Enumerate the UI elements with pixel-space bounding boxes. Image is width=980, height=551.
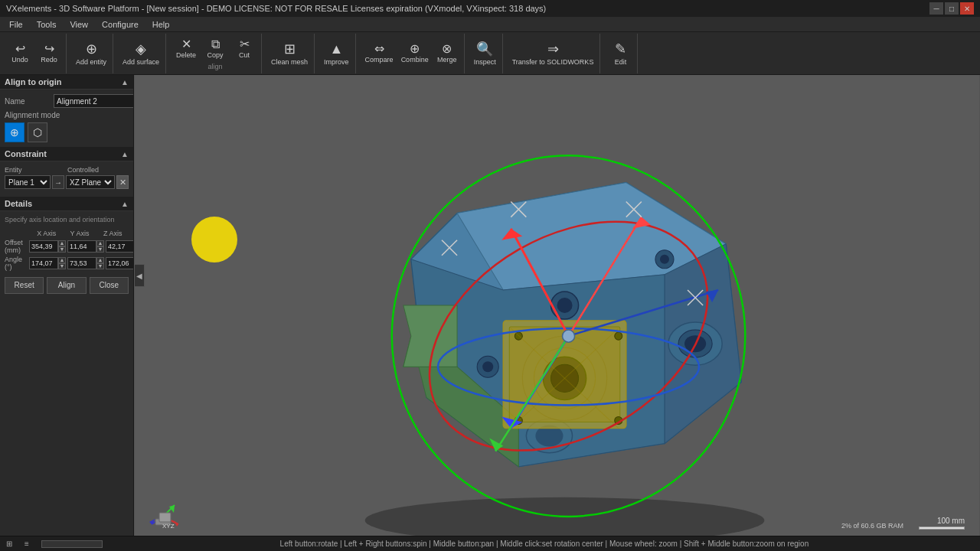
clean-mesh-button[interactable]: ⊞ Clean mesh — [268, 39, 311, 67]
add-entity-button[interactable]: ⊕ Add entity — [73, 39, 109, 67]
edit-button[interactable]: ✎ Edit — [606, 39, 634, 67]
mode-origin-button[interactable]: ⊕ — [5, 122, 24, 142]
delete-button[interactable]: ✕ Delete — [172, 37, 200, 60]
svg-point-5 — [660, 255, 669, 264]
statusbar-progress — [41, 540, 103, 548]
compare-button[interactable]: ⇔ Compare — [362, 41, 397, 65]
cut-button[interactable]: ✂ Cut — [230, 37, 258, 60]
statusbar-icon2[interactable]: ≡ — [24, 540, 29, 548]
close-button[interactable]: ✕ — [960, 2, 974, 15]
menu-view[interactable]: View — [64, 18, 94, 31]
viewport[interactable]: XYZ 100 mm 2% of 60.6 GB RAM — [134, 75, 980, 536]
details-header[interactable]: Details ▲ — [0, 197, 133, 211]
offset-x-spinner: ▲ ▼ — [58, 240, 66, 253]
entity-select[interactable]: Plane 1 — [5, 175, 51, 189]
improve-button[interactable]: ▲ Improve — [321, 40, 352, 67]
compare-icon: ⇔ — [374, 43, 384, 55]
statusbar-hint: Left button:rotate | Left + Right button… — [115, 540, 974, 548]
combine-icon: ⊕ — [410, 43, 420, 55]
transfer-icon: ⇒ — [547, 41, 559, 57]
offset-z-input[interactable] — [106, 240, 134, 253]
angle-y-up[interactable]: ▲ — [96, 257, 104, 263]
align-button[interactable]: Align — [47, 277, 86, 294]
offset-x-down[interactable]: ▼ — [58, 246, 66, 253]
inspect-button[interactable]: 🔍 Inspect — [471, 39, 499, 67]
entity-arrow-button[interactable]: → — [52, 175, 64, 189]
align-to-origin-content: Name Alignment mode ⊕ ⬡ — [0, 90, 133, 147]
angle-y-wrap: ▲ ▼ — [67, 257, 104, 269]
add-surface-icon: ◈ — [136, 41, 146, 57]
offset-x-up[interactable]: ▲ — [58, 240, 66, 246]
xyz-indicator: XYZ — [140, 490, 186, 530]
offset-y-up[interactable]: ▲ — [96, 240, 104, 246]
align-group: ✕ Delete ⧉ Copy ✂ Cut align — [169, 34, 262, 73]
collapse-constraint-icon: ▲ — [121, 150, 129, 158]
constraint-content: Entity Controlled Plane 1 → XZ Plane XY … — [0, 161, 133, 197]
mode-plane-button[interactable]: ⬡ — [28, 122, 47, 142]
mode-plane-icon: ⬡ — [33, 126, 42, 139]
undo-icon: ↩ — [15, 43, 25, 55]
angle-y-down[interactable]: ▼ — [96, 263, 104, 269]
menu-configure[interactable]: Configure — [96, 18, 145, 31]
offset-y-spinner: ▲ ▼ — [96, 240, 104, 253]
collapse-panel-button[interactable]: ◀ — [134, 264, 145, 287]
angle-z-input[interactable] — [106, 257, 134, 269]
offset-y-down[interactable]: ▼ — [96, 246, 104, 253]
align-to-origin-header[interactable]: Align to origin ▲ — [0, 75, 133, 90]
constraint-delete-button[interactable]: ✕ — [116, 175, 129, 189]
constraint-header[interactable]: Constraint ▲ — [0, 147, 133, 161]
scene-viewport — [134, 75, 980, 536]
name-input[interactable] — [54, 94, 134, 108]
merge-icon: ⊗ — [442, 43, 452, 55]
titlebar: VXelements - 3D Software Platform - [New… — [0, 0, 980, 17]
maximize-button[interactable]: □ — [945, 2, 959, 15]
angle-z-wrap: ▲ ▼ — [106, 257, 134, 269]
copy-button[interactable]: ⧉ Copy — [201, 37, 229, 60]
inspect-icon: 🔍 — [476, 41, 493, 57]
delete-constraint-icon: ✕ — [119, 178, 126, 187]
svg-rect-54 — [159, 513, 171, 522]
transfer-button[interactable]: ⇒ Transfer to SOLIDWORKS — [509, 39, 597, 67]
angle-x-down[interactable]: ▼ — [58, 263, 66, 269]
angle-x-wrap: ▲ ▼ — [29, 257, 66, 269]
reset-button[interactable]: Reset — [5, 277, 44, 294]
history-group: ↩ Undo ↪ Redo — [3, 34, 67, 73]
offset-x-wrap: ▲ ▼ — [29, 240, 66, 253]
svg-point-7 — [482, 361, 493, 372]
statusbar-icon1[interactable]: ⊞ — [6, 540, 12, 548]
cut-icon: ✂ — [240, 38, 250, 51]
offset-x-input[interactable] — [29, 240, 58, 253]
delete-icon: ✕ — [181, 38, 191, 51]
angle-x-up[interactable]: ▲ — [58, 257, 66, 263]
mode-buttons: ⊕ ⬡ — [5, 122, 129, 142]
offset-row: Offset(mm) ▲ ▼ ▲ ▼ — [5, 239, 129, 254]
minimize-button[interactable]: ─ — [929, 2, 943, 15]
merge-button[interactable]: ⊗ Merge — [433, 41, 461, 65]
svg-point-3 — [557, 298, 573, 313]
undo-button[interactable]: ↩ Undo — [6, 41, 34, 65]
collapse-details-icon: ▲ — [121, 200, 129, 208]
window-title: VXelements - 3D Software Platform - [New… — [6, 4, 546, 13]
add-entity-icon: ⊕ — [86, 41, 97, 57]
combine-button[interactable]: ⊕ Combine — [398, 41, 432, 65]
angle-x-input[interactable] — [29, 257, 58, 269]
redo-button[interactable]: ↪ Redo — [35, 41, 63, 65]
mode-origin-icon: ⊕ — [10, 126, 19, 139]
arrow-icon: → — [54, 178, 62, 187]
memory-indicator: 2% of 60.6 GB RAM — [841, 522, 903, 530]
clean-mesh-icon: ⊞ — [284, 41, 296, 57]
menu-tools[interactable]: Tools — [31, 18, 63, 31]
scale-indicator: 100 mm — [919, 517, 965, 530]
angle-y-input[interactable] — [67, 257, 96, 269]
transfer-group: ⇒ Transfer to SOLIDWORKS — [506, 34, 601, 73]
svg-point-38 — [563, 330, 575, 342]
menu-file[interactable]: File — [3, 18, 29, 31]
collapse-align-icon: ▲ — [121, 78, 129, 86]
controlled-select[interactable]: XZ Plane XY Plane YZ Plane — [66, 175, 115, 189]
inspect-group: 🔍 Inspect — [468, 34, 503, 73]
add-surface-button[interactable]: ◈ Add surface — [119, 39, 162, 67]
offset-y-input[interactable] — [67, 240, 96, 253]
close-button[interactable]: Close — [90, 277, 129, 294]
menu-help[interactable]: Help — [146, 18, 176, 31]
menubar: File Tools View Configure Help — [0, 17, 980, 32]
